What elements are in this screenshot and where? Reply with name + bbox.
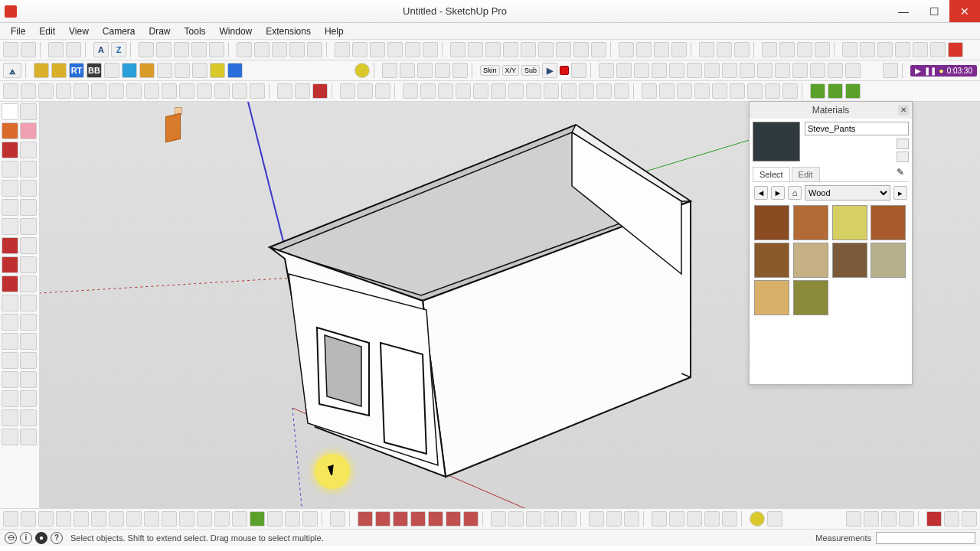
tool-icon[interactable] (405, 42, 420, 57)
tool-icon[interactable] (895, 42, 910, 57)
tool-icon[interactable] (687, 63, 702, 78)
tool-icon[interactable] (544, 511, 559, 527)
tool-icon[interactable] (174, 42, 189, 57)
tool-icon[interactable] (20, 256, 37, 273)
tool-icon[interactable] (2, 409, 18, 426)
tool-icon[interactable] (428, 511, 443, 527)
tool-icon[interactable] (20, 142, 37, 158)
tool-icon[interactable] (2, 314, 18, 331)
scale-tool-icon[interactable] (2, 276, 18, 292)
move-tool-icon[interactable] (2, 237, 18, 254)
help-icon[interactable]: ? (51, 532, 63, 544)
tool-icon[interactable] (652, 511, 667, 527)
tool-icon[interactable] (762, 42, 777, 57)
zoom-tool-icon[interactable] (2, 371, 18, 388)
eraser-tool-icon[interactable] (2, 122, 18, 139)
tool-icon[interactable] (3, 511, 18, 527)
nav-home-icon[interactable]: ⌂ (788, 186, 802, 200)
measurements-input[interactable] (876, 532, 975, 544)
tool-icon[interactable] (634, 63, 649, 78)
tool-icon[interactable] (375, 83, 390, 99)
tool-icon[interactable] (722, 511, 737, 527)
tool-icon[interactable] (556, 42, 571, 57)
tool-icon[interactable] (289, 42, 305, 57)
tool-icon[interactable] (899, 511, 914, 527)
nav-menu-icon[interactable]: ▸ (893, 186, 907, 200)
material-thumb[interactable] (871, 205, 906, 240)
tool-icon[interactable] (157, 63, 172, 78)
panel-close-icon[interactable]: ✕ (898, 105, 909, 116)
recorder-widget[interactable]: ▶ ❚❚ ● 0:03:30 (910, 65, 977, 77)
tool-icon[interactable] (20, 180, 37, 197)
tool-icon[interactable] (842, 42, 858, 57)
info-icon[interactable]: i (20, 532, 32, 544)
tool-icon[interactable] (162, 83, 177, 99)
tool-icon[interactable] (740, 63, 755, 78)
tool-icon[interactable] (624, 511, 639, 527)
record-icon[interactable] (560, 66, 569, 75)
tool-icon[interactable] (704, 511, 720, 527)
tool-icon[interactable] (654, 42, 669, 57)
nav-fwd-icon[interactable]: ► (771, 186, 785, 200)
tool-icon[interactable] (468, 42, 483, 57)
tool-icon[interactable] (209, 42, 224, 57)
tool-icon[interactable] (757, 63, 773, 78)
tool-icon[interactable] (815, 42, 830, 57)
credits-icon[interactable]: ● (35, 532, 47, 544)
tool-icon[interactable] (846, 511, 861, 527)
tool-icon[interactable] (652, 63, 667, 78)
tool-icon[interactable] (589, 511, 604, 527)
tool-icon[interactable] (267, 511, 283, 527)
tool-icon[interactable] (614, 83, 629, 99)
tool-icon[interactable] (91, 511, 106, 527)
tool-icon[interactable] (382, 63, 397, 78)
tool-icon[interactable] (104, 63, 119, 78)
tool-icon[interactable] (20, 218, 37, 235)
skin-button[interactable]: Skin (480, 65, 500, 76)
tool-icon[interactable] (21, 83, 36, 99)
tool-icon[interactable] (162, 511, 177, 527)
tool-icon[interactable] (139, 42, 154, 57)
tool-icon[interactable] (765, 83, 780, 99)
menu-window[interactable]: Window (214, 24, 259, 38)
tool-icon[interactable] (227, 63, 243, 78)
material-thumb[interactable] (871, 243, 906, 278)
tool-icon[interactable] (307, 42, 322, 57)
tool-icon[interactable] (20, 409, 37, 426)
menu-tools[interactable]: Tools (178, 24, 212, 38)
tool-icon[interactable] (463, 511, 479, 527)
tool-icon[interactable] (730, 83, 745, 99)
tool-icon[interactable] (312, 83, 328, 99)
tool-icon[interactable] (175, 63, 190, 78)
tool-icon[interactable] (254, 42, 270, 57)
tool-icon[interactable] (139, 63, 155, 78)
tool-icon[interactable] (358, 511, 373, 527)
tool-icon[interactable] (797, 42, 812, 57)
tool-icon[interactable] (446, 511, 461, 527)
tool-icon[interactable] (677, 83, 692, 99)
tool-icon[interactable] (250, 83, 265, 99)
text-tool-icon[interactable] (20, 314, 37, 331)
tool-icon[interactable] (571, 63, 586, 78)
tool-icon[interactable] (828, 63, 843, 78)
tool-icon[interactable] (20, 276, 37, 292)
tool-icon[interactable] (750, 511, 765, 527)
tool-icon[interactable] (636, 42, 652, 57)
tool-icon[interactable] (669, 63, 684, 78)
tool-icon[interactable] (197, 83, 212, 99)
tool-icon[interactable] (845, 63, 861, 78)
tool-icon[interactable] (775, 63, 790, 78)
tab-select[interactable]: Select (753, 167, 790, 181)
tape-tool-icon[interactable] (2, 295, 18, 311)
tool-icon[interactable] (156, 42, 172, 57)
tool-icon[interactable] (2, 390, 18, 407)
tool-icon[interactable] (526, 511, 541, 527)
tool-icon[interactable] (48, 42, 64, 57)
tool-icon[interactable] (51, 63, 67, 78)
tool-icon[interactable] (214, 511, 230, 527)
tool-icon[interactable] (435, 63, 450, 78)
tool-icon[interactable] (704, 63, 720, 78)
walk-tool-icon[interactable] (2, 429, 18, 445)
tool-icon[interactable] (452, 63, 468, 78)
tool-icon[interactable] (109, 511, 124, 527)
